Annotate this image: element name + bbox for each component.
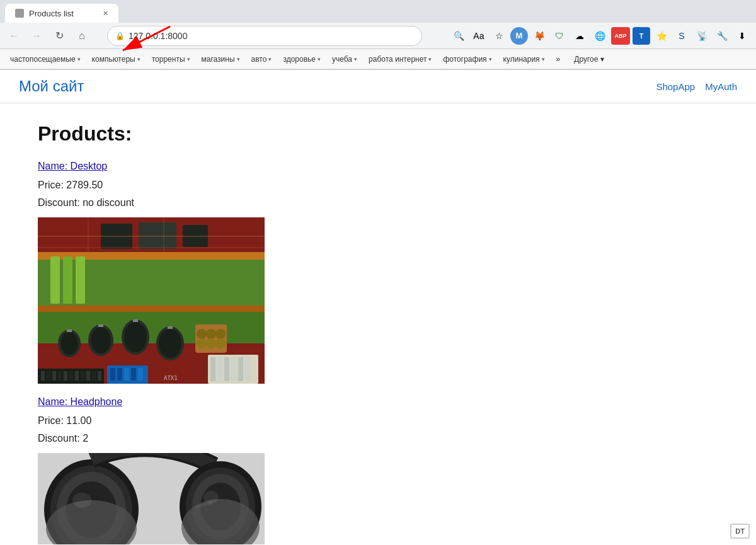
- chevron-icon: ▾: [187, 56, 190, 62]
- product-discount-desktop: Discount: no discount: [38, 197, 718, 209]
- svg-point-76: [72, 493, 91, 508]
- bookmark-label: торренты: [152, 55, 185, 64]
- chevron-icon: ▾: [268, 56, 272, 62]
- bookmark-label: кулинария: [503, 55, 540, 64]
- product-discount-headphone: Discount: 2: [38, 433, 718, 444]
- address-bar[interactable]: 🔒: [107, 26, 422, 46]
- wallet-icon[interactable]: 🦊: [530, 27, 548, 45]
- shopapp-link[interactable]: ShopApp: [656, 81, 695, 92]
- other-button[interactable]: Другое ▾: [569, 53, 609, 66]
- cloud-icon[interactable]: ☁: [571, 27, 588, 45]
- bookmark-label: компьютеры: [92, 55, 135, 64]
- profile-icon[interactable]: М: [510, 27, 528, 45]
- site-logo[interactable]: Мой сайт: [19, 77, 84, 95]
- tab-close-button[interactable]: ✕: [103, 9, 108, 18]
- tab-bar: Products list ✕: [0, 0, 756, 23]
- site-header: Мой сайт ShopApp MyAuth: [0, 70, 756, 103]
- shazam-icon[interactable]: S: [673, 27, 690, 45]
- myauth-link[interactable]: MyAuth: [705, 81, 737, 92]
- dt-badge: DT: [730, 524, 750, 539]
- bookmark-study[interactable]: учеба ▾: [327, 53, 362, 66]
- chevron-icon: ▾: [77, 56, 81, 62]
- home-button[interactable]: ⌂: [73, 27, 91, 45]
- bookmark-label: работа интернет: [369, 55, 427, 64]
- reload-button[interactable]: ↻: [50, 27, 68, 45]
- product-name-link-headphone[interactable]: Name: Headphone: [38, 396, 122, 408]
- translate-icon[interactable]: T: [633, 27, 650, 45]
- bookmark-photo[interactable]: фотография ▾: [438, 53, 496, 66]
- browser-toolbar: ← → ↻ ⌂ 🔒 🔍 Аа ☆ М 🦊 🛡 ☁ 🌐 ABP T ⭐ S 📡 🔧…: [0, 23, 756, 49]
- bookmark-cooking[interactable]: кулинария ▾: [498, 53, 550, 66]
- forward-button[interactable]: →: [28, 27, 45, 45]
- svg-point-77: [203, 491, 219, 503]
- headphone-image: wireless: [38, 453, 265, 545]
- bookmark-label: частопосещаемые: [10, 55, 76, 64]
- main-content: Products: Name: Desktop Price: 2789.50 D…: [0, 103, 756, 545]
- bookmark-chasto[interactable]: частопосещаемые ▾: [5, 53, 86, 66]
- bookmark-label: учеба: [332, 55, 352, 64]
- search-icon[interactable]: 🔍: [450, 27, 467, 45]
- product-item-desktop: Name: Desktop Price: 2789.50 Discount: n…: [38, 161, 718, 384]
- read-icon[interactable]: Аа: [470, 27, 488, 45]
- tab-favicon: [15, 9, 24, 18]
- yandex-star-icon[interactable]: ⭐: [653, 27, 670, 45]
- product-image-desktop: ATX1: [38, 217, 718, 384]
- product-price-headphone: Price: 11.00: [38, 415, 718, 427]
- motherboard-image: ATX1: [38, 217, 265, 384]
- abp-icon[interactable]: ABP: [611, 27, 630, 45]
- bookmark-more[interactable]: »: [551, 53, 566, 66]
- rss-icon[interactable]: 📡: [693, 27, 711, 45]
- chevron-icon: ▾: [137, 56, 140, 62]
- bookmark-computers[interactable]: компьютеры ▾: [87, 53, 146, 66]
- browser-chrome: Products list ✕ ← → ↻ ⌂ 🔒 🔍 Аа ☆ М 🦊 🛡 ☁…: [0, 0, 756, 70]
- other-label: Другое: [574, 55, 598, 64]
- page-title: Products:: [38, 122, 718, 146]
- url-input[interactable]: [129, 31, 414, 41]
- bookmark-label: »: [556, 55, 561, 64]
- product-price-desktop: Price: 2789.50: [38, 180, 718, 191]
- site-nav-right: ShopApp MyAuth: [656, 81, 737, 92]
- chevron-icon: ▾: [489, 56, 492, 62]
- tab-title: Products list: [29, 9, 74, 18]
- bookmarks-bar: частопосещаемые ▾ компьютеры ▾ торренты …: [0, 49, 756, 69]
- toolbar-extensions: 🔍 Аа ☆ М 🦊 🛡 ☁ 🌐 ABP T ⭐ S 📡 🔧 ⬇: [450, 27, 751, 45]
- bookmark-auto[interactable]: авто ▾: [246, 53, 277, 66]
- chevron-icon: ▾: [237, 56, 240, 62]
- bookmark-health[interactable]: здоровье ▾: [278, 53, 326, 66]
- download-icon[interactable]: ⬇: [733, 27, 751, 45]
- extensions-icon[interactable]: 🔧: [713, 27, 731, 45]
- product-name-link-desktop[interactable]: Name: Desktop: [38, 161, 107, 172]
- chevron-icon: ▾: [354, 56, 357, 62]
- bookmark-label: здоровье: [283, 55, 316, 64]
- bookmark-label: авто: [251, 55, 267, 64]
- active-tab[interactable]: Products list ✕: [5, 4, 118, 23]
- chevron-icon: ▾: [542, 56, 545, 62]
- bookmark-star-icon[interactable]: ☆: [490, 27, 508, 45]
- bookmark-shops[interactable]: магазины ▾: [197, 53, 245, 66]
- chevron-icon: ▾: [600, 55, 604, 64]
- svg-rect-63: [38, 217, 265, 384]
- bookmark-torrents[interactable]: торренты ▾: [147, 53, 195, 66]
- back-button[interactable]: ←: [5, 27, 23, 45]
- lock-icon: 🔒: [115, 32, 125, 40]
- product-item-headphone: Name: Headphone Price: 11.00 Discount: 2: [38, 396, 718, 545]
- guard-icon[interactable]: 🛡: [551, 27, 568, 45]
- bookmark-label: магазины: [202, 55, 235, 64]
- bookmark-work[interactable]: работа интернет ▾: [364, 53, 437, 66]
- bookmark-label: фотография: [443, 55, 486, 64]
- chevron-icon: ▾: [318, 56, 321, 62]
- chevron-icon: ▾: [428, 56, 432, 62]
- product-image-headphone: wireless: [38, 453, 718, 545]
- globe-icon[interactable]: 🌐: [591, 27, 609, 45]
